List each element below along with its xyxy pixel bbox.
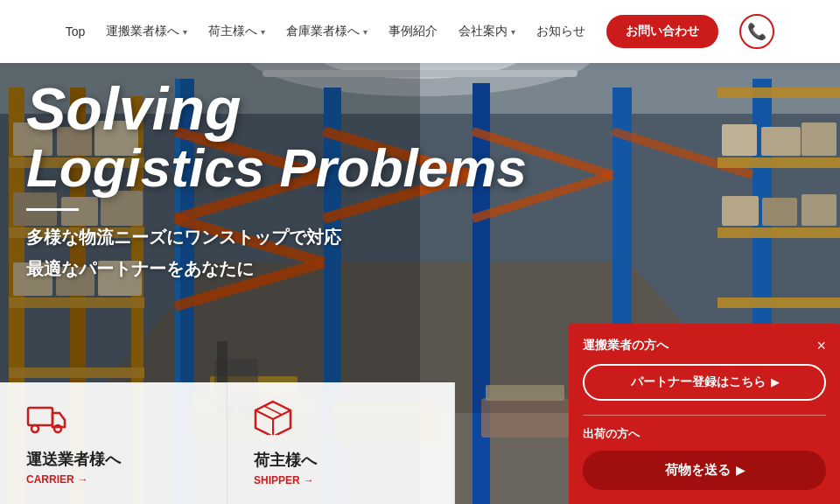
- arrow-icon: →: [304, 474, 314, 486]
- popup-divider: [583, 415, 826, 416]
- nav-carrier[interactable]: 運搬業者様へ ▾: [106, 24, 187, 39]
- shipper-card-title: 荷主様へ: [254, 450, 317, 471]
- svg-point-64: [54, 425, 61, 432]
- nav-cases[interactable]: 事例紹介: [388, 24, 438, 39]
- hero-title-logistics: Logistics Problems: [26, 138, 527, 198]
- shipper-card-label: SHIPPER →: [254, 474, 314, 486]
- chevron-down-icon: ▾: [363, 27, 368, 37]
- contact-button[interactable]: お問い合わせ: [606, 15, 718, 48]
- svg-line-70: [264, 406, 282, 415]
- bottom-cards: 運送業者様へ CARRIER → 荷主様へ SHIPPER →: [0, 382, 455, 504]
- carrier-card-title: 運送業者様へ: [26, 449, 121, 470]
- shipper-card[interactable]: 荷主様へ SHIPPER →: [228, 382, 455, 504]
- truck-icon: [26, 401, 68, 442]
- chevron-down-icon: ▾: [511, 27, 515, 37]
- carrier-card[interactable]: 運送業者様へ CARRIER →: [0, 382, 228, 504]
- hero-title-solving: Solving: [26, 79, 527, 138]
- nav-top[interactable]: Top: [66, 24, 86, 38]
- hero-subtitle-line1: 多様な物流ニーズにワンストップで対応: [26, 221, 527, 253]
- svg-point-63: [32, 425, 38, 432]
- nav-shipper[interactable]: 荷主様へ ▾: [208, 24, 265, 39]
- chevron-down-icon: ▾: [183, 27, 187, 37]
- arrow-icon: ▶: [736, 464, 745, 477]
- navigation: Top 運搬業者様へ ▾ 荷主様へ ▾ 倉庫業者様へ ▾ 事例紹介 会社案内 ▾…: [66, 14, 775, 49]
- arrow-icon: →: [78, 473, 88, 486]
- box-icon: [254, 400, 292, 443]
- partner-register-button[interactable]: パートナー登録はこちら ▶: [583, 364, 826, 401]
- popup-section2-title: 出荷の方へ: [583, 426, 826, 442]
- nav-warehouse[interactable]: 倉庫業者様へ ▾: [286, 24, 368, 39]
- carrier-card-label: CARRIER →: [26, 473, 88, 486]
- chevron-down-icon: ▾: [261, 27, 265, 37]
- popup-section1-title: 運搬業者の方へ: [583, 338, 668, 354]
- nav-about[interactable]: 会社案内 ▾: [458, 24, 515, 39]
- arrow-icon: ▶: [771, 376, 779, 388]
- hero-section: Solving Logistics Problems 多様な物流ニーズにワンスト…: [26, 79, 527, 284]
- popup-header: 運搬業者の方へ ×: [583, 338, 826, 354]
- popup-close-button[interactable]: ×: [816, 338, 826, 354]
- hero-subtitle-line2: 最適なパートナーをあなたに: [26, 253, 527, 284]
- phone-button[interactable]: 📞: [739, 14, 774, 49]
- nav-news[interactable]: お知らせ: [536, 24, 585, 39]
- header: Top 運搬業者様へ ▾ 荷主様へ ▾ 倉庫業者様へ ▾ 事例紹介 会社案内 ▾…: [0, 0, 840, 63]
- hero-divider: [26, 208, 79, 211]
- popup-panel: 運搬業者の方へ × パートナー登録はこちら ▶ 出荷の方へ 荷物を送る ▶: [569, 324, 840, 504]
- ship-package-button[interactable]: 荷物を送る ▶: [583, 451, 826, 490]
- svg-line-67: [256, 410, 273, 419]
- phone-icon: 📞: [747, 22, 766, 41]
- svg-rect-62: [28, 408, 52, 425]
